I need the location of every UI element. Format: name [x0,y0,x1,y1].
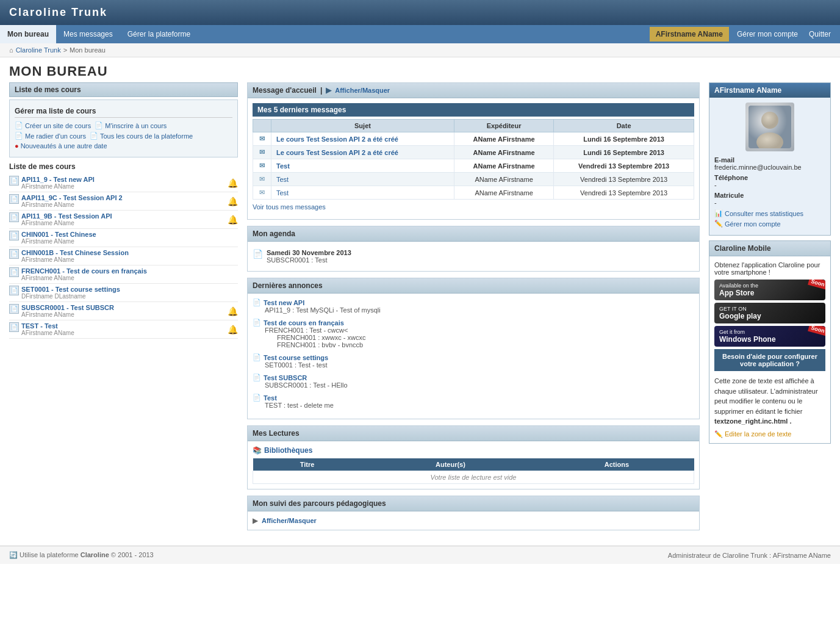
library-icon: 📚 [253,446,262,455]
course-item-left: 📄 CHIN001B - Test Chinese Session AFirst… [9,249,129,263]
manage-account-link[interactable]: Gérer mon compte [734,27,801,42]
announce-icon: 📄 [253,353,261,361]
lectures-th-actions: Actions [539,458,694,471]
course-teacher: AFirstname AName [21,311,114,318]
announce-title-link[interactable]: 📄 Test SUBSCR [253,374,694,381]
announce-sub: FRENCH001 : Test - cwcw<FRENCH001 : xwwx… [265,327,694,348]
create-course-link[interactable]: 📄 Créer un site de cours [15,121,91,129]
lectures-table: Titre Auteur(s) Actions Votre liste de l… [253,458,694,484]
msg-subject-link[interactable]: Test [276,162,290,170]
see-all-messages[interactable]: Voir tous mes messages [253,203,326,211]
navbar-right: AFirstname AName Gérer mon compte Quitte… [650,25,840,43]
last-messages-header: Mes 5 derniers messages [253,103,694,117]
email-row: E-mail frederic.minne@uclouvain.be [714,156,825,171]
matricule-row: Matricule - [714,192,825,206]
all-courses-icon: 📄 [90,132,98,140]
stats-link[interactable]: 📊 Consulter mes statistiques [714,209,825,217]
nav-mon-bureau[interactable]: Mon bureau [0,25,56,43]
logout-link[interactable]: Quitter [806,27,834,42]
main-content: Liste de mes cours Gérer ma liste de cou… [0,82,840,546]
app-store-btn[interactable]: Available on the App Store Soon [714,280,825,300]
course-teacher: AFirstname AName [21,201,123,208]
agenda-body: 📄 Samedi 30 Novembre 2013 SUBSCR0001 : T… [248,242,699,271]
course-name-link[interactable]: CHIN001 - Test Chinese [21,231,96,238]
msg-subject-link[interactable]: Test [276,189,289,197]
nav-mes-messages[interactable]: Mes messages [56,25,120,43]
breadcrumb-site[interactable]: Claroline Trunk [16,46,61,54]
lectures-th-title: Titre [253,458,362,471]
user-button[interactable]: AFirstname AName [650,27,729,42]
msg-subject-link[interactable]: Le cours Test Session API 2 a été créé [276,149,398,156]
announce-group: 📄 Test SUBSCR SUBSCR0001 : Test - HEllo [253,374,694,389]
user-card: AFirstname AName [709,82,831,236]
announce-title-link[interactable]: 📄 Test course settings [253,353,694,361]
course-type-icon: 📄 [9,286,19,295]
edit-zone-link[interactable]: ✏️ Editer la zone de texte [714,430,825,438]
announce-group: 📄 Test new API API11_9 : Test MySQLi - T… [253,298,694,314]
agenda-desc: SUBSCR0001 : Test [267,256,351,264]
course-name-link[interactable]: SET0001 - Test course settings [21,286,120,293]
table-row: ✉ Le cours Test Session API 2 a été créé… [253,146,694,159]
libraries-link[interactable]: 📚 Bibliothèques [253,446,694,455]
google-play-label: Google play [719,312,761,320]
course-teacher: AFirstname AName [21,238,96,245]
announce-sub: API11_9 : Test MySQLi - Test of mysqli [265,306,694,314]
course-name-link[interactable]: FRENCH001 - Test de cours en français [21,267,147,275]
course-list: 📄 API11_9 - Test new API AFirstname ANam… [9,174,238,339]
messages-toggle[interactable]: Afficher/Masquer [335,87,390,94]
lectures-box: Mes Lectures 📚 Bibliothèques Titre Auteu… [247,425,700,489]
announce-title-link[interactable]: 📄 Test de cours en français [253,319,694,327]
envelope-icon: ✉ [259,189,265,196]
manage-panel: Gérer ma liste de cours 📄 Créer un site … [9,99,238,157]
course-name-link[interactable]: SUBSCR0001 - Test SUBSCR [21,304,114,311]
suivi-toggle[interactable]: Afficher/Masquer [262,517,317,524]
lectures-th-authors: Auteur(s) [362,458,540,471]
announce-title-link[interactable]: 📄 Test [253,394,694,402]
course-name-link[interactable]: TEST - Test [21,322,74,330]
bell-icon: 🔔 [228,325,238,334]
manage-account-link-right[interactable]: ✏️ Gérer mon compte [714,220,825,228]
all-courses-link[interactable]: 📄 Tous les cours de la plateforme [90,132,193,140]
help-button[interactable]: Besoin d'aide pour configurer votre appl… [714,349,825,371]
msg-envelope: ✉ [253,159,271,173]
toggle-icon: ▶ [326,86,331,95]
list-item: 📄 FRENCH001 - Test de cours en français … [9,265,238,284]
avatar-svg [748,106,791,148]
suivi-box: Mon suivi des parcours pédagogiques ▶ Af… [247,496,700,530]
windows-phone-btn[interactable]: Get it from Windows Phone Soon [714,326,825,347]
course-name-link[interactable]: API11_9B - Test Session API [21,212,112,220]
course-item-left: 📄 SET0001 - Test course settings DFirstn… [9,286,120,300]
announce-sub: SUBSCR0001 : Test - HEllo [265,381,694,389]
list-item: 📄 CHIN001 - Test Chinese AFirstname ANam… [9,229,238,247]
msg-subject-link[interactable]: Test [276,176,289,183]
google-play-btn[interactable]: GET IT ON Google play [714,303,825,323]
announce-icon: 📄 [253,374,261,381]
suivi-body: ▶ Afficher/Masquer [248,511,699,530]
nav-gerer-plateforme[interactable]: Gérer la plateforme [120,25,198,43]
msg-subject-link[interactable]: Le cours Test Session API 2 a été créé [276,135,398,143]
course-name-link[interactable]: API11_9 - Test new API [21,176,95,183]
course-name-link[interactable]: AAPI11_9C - Test Session API 2 [21,194,123,201]
course-name-link[interactable]: CHIN001B - Test Chinese Session [21,249,129,256]
app-store-sub: Available on the [719,283,758,289]
table-row: ✉ Le cours Test Session API 2 a été créé… [253,132,694,146]
msg-sender: AName AFirstname [454,159,553,173]
announce-title-link[interactable]: 📄 Test new API [253,298,694,306]
lectures-empty: Votre liste de lecture est vide [253,471,694,484]
announce-sub: FRENCH001 : xwwxc - xwcxc [277,334,694,341]
course-teacher: AFirstname AName [21,256,129,263]
course-item-left: 📄 API11_9 - Test new API AFirstname ANam… [9,176,95,190]
unregister-icon: 📄 [15,132,23,140]
windows-soon: Soon [808,326,825,336]
unregister-course-link[interactable]: 📄 Me radier d'un cours [15,132,86,140]
mobile-body: Obtenez l'application Claroline pour vot… [709,256,830,443]
msg-date: Vendredi 13 Septembre 2013 [554,159,694,173]
news-link[interactable]: ● Nouveautés à une autre date [15,142,107,150]
register-course-link[interactable]: 📄 M'inscrire à un cours [95,121,167,129]
user-card-body: E-mail frederic.minne@uclouvain.be Télép… [709,98,830,235]
course-teacher: AFirstname AName [21,330,74,336]
app-store-label: App Store [719,289,758,297]
msg-envelope: ✉ [253,173,271,186]
announce-group: 📄 Test course settings SET0001 : Test - … [253,353,694,369]
edit-icon: ✏️ [714,430,723,438]
